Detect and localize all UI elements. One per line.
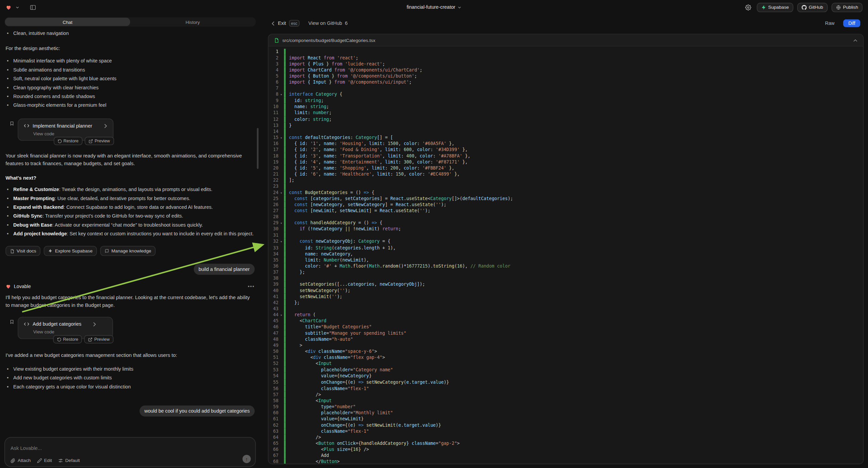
fold-chevron-icon[interactable]: ▾: [278, 92, 284, 98]
list-item-lead: GitHub Sync: [13, 213, 42, 219]
line-number: 61: [269, 416, 278, 422]
line-number: 46: [269, 324, 278, 330]
fold-gutter: [278, 153, 284, 159]
preview-button[interactable]: Preview: [84, 335, 114, 344]
view-code-link[interactable]: View code: [33, 130, 107, 136]
code-text: name: string;: [285, 104, 329, 110]
line-number: 51: [269, 355, 278, 361]
restore-button[interactable]: Restore: [53, 137, 82, 145]
topbar-right-group: Supabase GitHub Publish: [745, 2, 862, 12]
chat-scrollbar[interactable]: [257, 128, 259, 169]
line-number: 52: [269, 361, 278, 367]
code-line: 62 onChange={(e) => setNewLimit(e.target…: [269, 422, 863, 428]
code-text: />: [285, 434, 321, 440]
knowledge-book-icon: [105, 248, 109, 254]
project-menu[interactable]: financial-future-creator: [407, 4, 461, 10]
fold-gutter: [278, 422, 284, 428]
send-button[interactable]: ↑: [243, 455, 251, 463]
fold-chevron-icon[interactable]: ▾: [278, 220, 284, 226]
file-header[interactable]: src/components/budget/BudgetCategories.t…: [269, 34, 863, 46]
manage-knowledge-button[interactable]: Manage knowledge: [100, 246, 156, 256]
line-number: 11: [269, 110, 278, 116]
settings-gear-icon[interactable]: [745, 4, 751, 10]
fold-chevron-icon[interactable]: ▾: [278, 134, 284, 140]
code-editor[interactable]: 12import React from 'react';3import { Pl…: [269, 47, 863, 464]
view-on-github-link[interactable]: View on GitHub 6: [308, 21, 348, 26]
bullet-icon: •: [6, 382, 10, 391]
code-text: return (: [285, 312, 315, 318]
code-text: <Input: [285, 398, 332, 404]
list-item: •GitHub Sync: Transfer your project's co…: [6, 211, 255, 220]
sidebar-toggle-icon[interactable]: [30, 4, 36, 10]
main-layout: Chat History • Clean, intuitive navigati…: [0, 14, 868, 468]
diff-toggle-button[interactable]: Diff: [843, 20, 861, 27]
fold-chevron-icon[interactable]: ▾: [278, 238, 284, 244]
line-number: 50: [269, 349, 278, 354]
version-card-header[interactable]: Implement financial planner: [24, 123, 107, 128]
raw-toggle-button[interactable]: Raw: [822, 20, 838, 27]
code-line: 32▾ const newCategoryObj: Category = {: [269, 238, 863, 244]
restore-button[interactable]: Restore: [53, 335, 82, 344]
line-number: 62: [269, 422, 278, 428]
chevron-right-icon: [93, 322, 97, 327]
globe-icon: [836, 5, 841, 10]
code-text: const [newCategory, setNewCategory] = Re…: [285, 202, 446, 208]
visit-docs-button[interactable]: Visit docs: [6, 246, 41, 256]
line-number: 66: [269, 446, 278, 452]
list-item: •Add new budget categories with custom l…: [6, 373, 255, 382]
collapse-chevron-up-icon[interactable]: [853, 39, 858, 42]
bullet-icon: •: [6, 56, 10, 65]
line-number: 6: [269, 79, 278, 85]
github-button[interactable]: GitHub: [797, 2, 828, 12]
line-number: 29: [269, 220, 278, 226]
exit-button[interactable]: Exit esc: [272, 20, 300, 27]
project-chevron-down-icon: [458, 5, 462, 9]
more-options-icon[interactable]: •••: [248, 284, 255, 289]
explore-supabase-button[interactable]: Explore Supabase: [44, 246, 97, 256]
code-line: 16 { id: '1', name: 'Housing', limit: 15…: [269, 141, 863, 147]
list-item-text: View existing budget categories with the…: [13, 364, 255, 373]
code-text: <Input: [285, 361, 332, 367]
tab-chat[interactable]: Chat: [5, 18, 130, 26]
fold-chevron-icon[interactable]: ▾: [278, 312, 284, 318]
attach-button[interactable]: Attach: [10, 458, 31, 463]
line-number: 56: [269, 385, 278, 391]
bookmark-icon[interactable]: [9, 319, 14, 325]
fold-gutter: [278, 287, 284, 293]
code-text: value={newLimit}: [285, 416, 363, 422]
workspace-chevron-down-icon[interactable]: [16, 5, 20, 9]
code-text: onChange={(e) => setNewLimit(e.target.va…: [285, 422, 441, 428]
line-number: 32: [269, 238, 278, 244]
version-card-header[interactable]: Add budget categories: [24, 321, 107, 327]
view-code-link[interactable]: View code: [33, 329, 107, 335]
github-label: GitHub: [809, 4, 824, 10]
line-number: 22: [269, 177, 278, 183]
list-item: •Each category gets a unique color for v…: [6, 382, 255, 391]
default-mode-selector[interactable]: Default: [58, 458, 80, 463]
fold-gutter: [278, 416, 284, 422]
code-line: 40 setNewCategory('');: [269, 287, 863, 293]
user-message: build a financial planner: [6, 264, 255, 274]
code-text: };: [285, 269, 305, 275]
line-number: 63: [269, 428, 278, 434]
bookmark-icon[interactable]: [9, 121, 14, 126]
fold-gutter: [278, 147, 284, 153]
edit-button[interactable]: Edit: [37, 458, 52, 463]
design-aesthetic-heading: For the design aesthetic:: [6, 44, 255, 52]
chevron-right-icon: [103, 123, 107, 128]
ask-lovable-input[interactable]: [10, 445, 202, 451]
supabase-button[interactable]: Supabase: [756, 2, 794, 12]
publish-button[interactable]: Publish: [831, 2, 863, 12]
fold-gutter: [278, 86, 284, 92]
fold-gutter: [278, 281, 284, 287]
code-file-panel: src/components/budget/BudgetCategories.t…: [268, 34, 864, 464]
fold-chevron-icon[interactable]: ▾: [278, 189, 284, 195]
supabase-icon: [48, 249, 53, 253]
assistant-paragraph: Your sleek financial planner is now read…: [6, 152, 255, 167]
line-number: 9: [269, 98, 278, 104]
preview-button[interactable]: Preview: [85, 137, 114, 145]
lovable-logo-heart-icon[interactable]: [6, 4, 12, 10]
tab-history[interactable]: History: [130, 18, 255, 26]
lovable-app: financial-future-creator Supabase: [0, 0, 868, 468]
line-number: 35: [269, 257, 278, 263]
